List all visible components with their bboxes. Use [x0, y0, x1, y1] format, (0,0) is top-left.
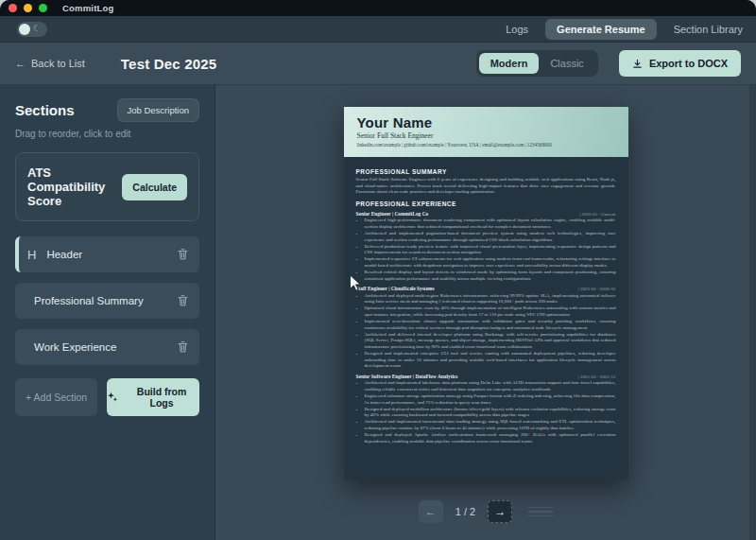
job-bullet: Architected and implemented lakehouse da… [365, 380, 616, 392]
resume-header-band: Your Name Senior Full Stack Engineer lin… [344, 107, 628, 157]
job-title: Senior Software Engineer | DataFlow Anal… [356, 374, 458, 379]
back-label: Back to List [31, 58, 85, 69]
resume-contact: linkedin.com/example | github.com/exampl… [357, 142, 615, 148]
titlebar: CommitLog [0, 0, 756, 16]
app-window: CommitLog ☾ Logs Generate Resume Section… [0, 0, 756, 540]
resume-summary-heading: PROFESSIONAL SUMMARY [356, 168, 616, 175]
job-bullet: Designed and deployed Apache Airflow orc… [365, 432, 616, 444]
job-title: Staff Engineer | CloudScale Systems [356, 286, 435, 291]
job-bullets: Engineered high-performance document ren… [356, 218, 616, 282]
download-icon [632, 59, 643, 69]
prev-page-button[interactable]: ← [419, 500, 443, 523]
page-indicator: 1 / 2 [455, 506, 475, 517]
section-label: Professional Summary [34, 295, 144, 306]
job-bullet: Architected and deployed multi-region Ku… [365, 293, 616, 305]
section-item-header[interactable]: H Header [15, 236, 199, 272]
page-title: Test Dec 2025 [121, 56, 217, 72]
job-dates: | 2023-01 - 2026-01 [578, 287, 616, 291]
section-label: Header [46, 249, 82, 260]
template-modern-button[interactable]: Modern [479, 53, 540, 74]
pagination: ← 1 / 2 → [215, 500, 756, 523]
scrollbar[interactable] [749, 85, 756, 540]
resume-page: Your Name Senior Full Stack Engineer lin… [344, 107, 628, 479]
job-bullet: Resolved critical display and layout def… [365, 270, 616, 282]
job-bullet: Optimized cloud infrastructure costs by … [365, 305, 616, 318]
job-title: Senior Engineer | CommitLog Co [356, 211, 429, 217]
resume-body: PROFESSIONAL SUMMARY Senior Full Stack S… [344, 157, 628, 444]
resume-summary-text: Senior Full Stack Software Engineer with… [356, 177, 616, 196]
resume-experience-heading: PROFESSIONAL EXPERIENCE [356, 200, 616, 207]
job-dates: | 2026-01 - Current [579, 212, 615, 217]
job-bullets: Architected and deployed multi-region Ku… [356, 293, 616, 370]
section-prefix: H [27, 248, 36, 262]
export-docx-label: Export to DOCX [649, 58, 728, 69]
job-header: Staff Engineer | CloudScale Systems | 20… [356, 286, 616, 291]
nav-section-library[interactable]: Section Library [674, 24, 743, 35]
sidebar-hint: Drag to reorder, click to edit [15, 129, 199, 139]
template-classic-button[interactable]: Classic [539, 53, 594, 74]
sections-sidebar: Sections Job Description Drag to reorder… [0, 85, 215, 540]
resume-name: Your Name [357, 114, 615, 131]
page-header: ← Back to List Test Dec 2025 Modern Clas… [0, 43, 756, 85]
job-bullet: Designed and implemented enterprise CLI … [365, 351, 616, 370]
job-header: Senior Engineer | CommitLog Co | 2026-01… [356, 211, 616, 217]
calculate-button[interactable]: Calculate [122, 174, 187, 200]
back-arrow-icon: ← [15, 58, 26, 69]
ats-score-card: ATS Compatibility Score Calculate [15, 152, 199, 221]
job-bullets: Architected and implemented lakehouse da… [356, 380, 616, 444]
ats-score-label: ATS Compatibility Score [27, 165, 122, 208]
sidebar-title: Sections [15, 102, 75, 118]
back-to-list-button[interactable]: ← Back to List [15, 58, 85, 69]
job-bullet: Implemented responsive UI enhancements f… [365, 256, 616, 269]
add-section-button[interactable]: + Add Section [15, 378, 97, 416]
template-toggle-group: Modern Classic [476, 50, 598, 77]
sidebar-buttons: + Add Section Build from Logs [15, 378, 199, 416]
job-bullet: Designed and deployed medallion architec… [365, 407, 616, 419]
build-from-logs-button[interactable]: Build from Logs [107, 378, 199, 416]
nav-logs[interactable]: Logs [506, 24, 528, 35]
job-bullet: Delivered production-ready preview featu… [365, 244, 616, 256]
decoration-lines [528, 507, 553, 517]
trash-icon[interactable] [178, 249, 188, 260]
section-list: H Header Professional Summary Work Exper… [15, 236, 199, 365]
trash-icon[interactable] [178, 295, 188, 306]
job-bullet: Engineered high-performance document ren… [365, 218, 616, 230]
section-item-professional-summary[interactable]: Professional Summary [15, 283, 199, 319]
header-actions: Modern Classic Export to DOCX [476, 50, 741, 77]
next-page-button[interactable]: → [488, 500, 512, 523]
maximize-window-icon[interactable] [39, 4, 47, 12]
job-bullet: Architected and implemented pagination-b… [365, 231, 616, 243]
close-window-icon[interactable] [9, 4, 17, 12]
section-label: Work Experience [34, 341, 116, 353]
main-content: Sections Job Description Drag to reorder… [0, 85, 756, 540]
job-bullet: Implemented zero-downtime cluster upgrad… [365, 319, 616, 331]
nav-generate-resume[interactable]: Generate Resume [545, 19, 657, 40]
sidebar-header: Sections Job Description [15, 98, 199, 122]
section-item-work-experience[interactable]: Work Experience [15, 329, 199, 365]
resume-preview-area: Your Name Senior Full Stack Engineer lin… [215, 85, 756, 540]
top-nav: ☾ Logs Generate Resume Section Library [0, 16, 756, 43]
toggle-knob [19, 24, 30, 35]
minimize-window-icon[interactable] [24, 4, 32, 12]
trash-icon[interactable] [178, 341, 188, 353]
job-bullet: Architected and delivered internal devel… [365, 332, 616, 351]
theme-toggle[interactable]: ☾ [17, 22, 47, 37]
nav-items: Logs Generate Resume Section Library [506, 19, 743, 40]
resume-role: Senior Full Stack Engineer [357, 131, 615, 140]
build-from-logs-label: Build from Logs [124, 386, 199, 409]
job-header: Senior Software Engineer | DataFlow Anal… [356, 374, 616, 379]
job-description-button[interactable]: Job Description [117, 98, 199, 122]
job-bullet: Engineered columnar storage optimization… [365, 393, 616, 406]
job-bullet: Architected and implemented incremental … [365, 419, 616, 431]
job-dates: | 2021-03 - 2022-12 [578, 375, 616, 379]
moon-icon: ☾ [33, 25, 41, 33]
app-title: CommitLog [62, 3, 114, 13]
export-docx-button[interactable]: Export to DOCX [619, 50, 741, 77]
sparkle-icon [107, 392, 118, 403]
